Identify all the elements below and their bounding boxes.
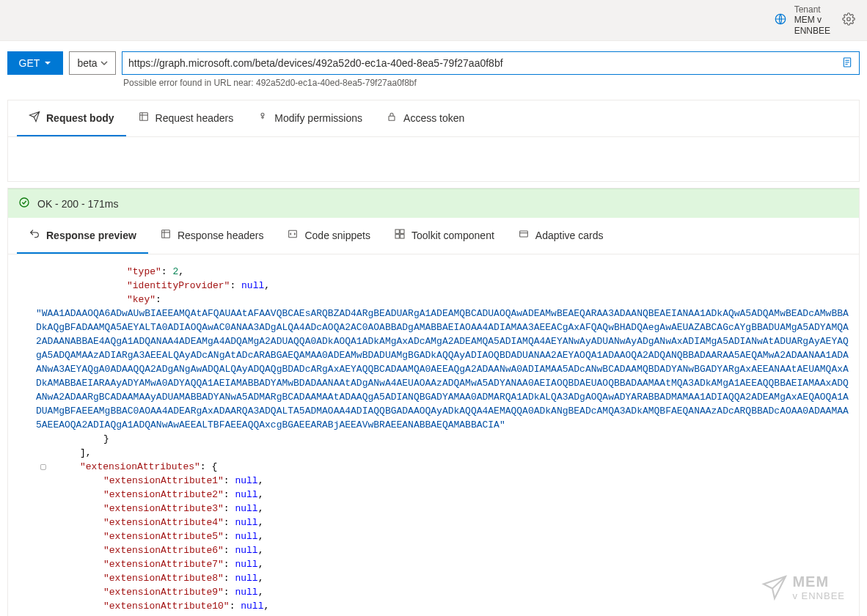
lock-icon xyxy=(386,111,398,125)
svg-point-1 xyxy=(847,18,851,21)
svg-rect-17 xyxy=(400,230,404,233)
tab-label: Request headers xyxy=(156,112,234,124)
chevron-down-icon xyxy=(44,59,51,67)
url-error-hint: Possible error found in URL near: 492a52… xyxy=(0,76,867,94)
tab-modify-permissions[interactable]: Modify permissions xyxy=(245,100,374,136)
svg-rect-20 xyxy=(519,231,527,237)
request-tabs: Request body Request headers Modify perm… xyxy=(8,100,859,137)
svg-rect-16 xyxy=(395,230,399,233)
tab-label: Access token xyxy=(403,112,464,124)
top-header: Tenant MEM v ENNBEE xyxy=(0,0,867,41)
response-section: OK - 200 - 171ms Response preview Respon… xyxy=(7,188,860,616)
cards-icon xyxy=(518,228,530,242)
status-text: OK - 200 - 171ms xyxy=(37,198,119,210)
tab-request-body[interactable]: Request body xyxy=(17,100,126,136)
tab-code-snippets[interactable]: Code snippets xyxy=(275,218,382,254)
tenant-label: Tenant xyxy=(794,4,830,15)
chevron-down-icon xyxy=(100,59,108,67)
tab-label: Request body xyxy=(46,112,114,124)
response-preview-pane[interactable]: "type": 2,"identityProvider": null,"key"… xyxy=(8,254,859,616)
undo-icon xyxy=(29,228,40,242)
svg-rect-10 xyxy=(389,116,395,120)
http-method-select[interactable]: GET xyxy=(7,51,63,75)
tab-label: Modify permissions xyxy=(274,112,362,124)
code-icon xyxy=(287,228,299,242)
document-icon[interactable] xyxy=(841,56,853,70)
svg-rect-6 xyxy=(139,113,147,121)
check-circle-icon xyxy=(18,197,30,210)
api-version-select[interactable]: beta xyxy=(69,51,116,75)
permissions-icon xyxy=(257,111,268,125)
tab-response-headers[interactable]: Response headers xyxy=(148,218,276,254)
svg-point-9 xyxy=(261,113,264,116)
toolkit-icon xyxy=(394,228,406,242)
headers-icon xyxy=(160,228,172,242)
tab-toolkit-component[interactable]: Toolkit component xyxy=(382,218,506,254)
api-version-label: beta xyxy=(77,57,97,69)
request-bar: GET beta xyxy=(0,41,867,76)
settings-icon[interactable] xyxy=(842,12,855,28)
tenant-name-1: MEM v xyxy=(794,15,830,25)
svg-rect-12 xyxy=(162,230,170,238)
request-body-editor[interactable] xyxy=(8,137,859,181)
tab-label: Response headers xyxy=(178,230,264,241)
svg-rect-19 xyxy=(400,235,404,238)
http-method-label: GET xyxy=(19,57,40,69)
tab-label: Adaptive cards xyxy=(535,230,604,241)
tab-response-preview[interactable]: Response preview xyxy=(17,218,148,254)
send-icon xyxy=(29,111,40,125)
tab-adaptive-cards[interactable]: Adaptive cards xyxy=(506,218,615,254)
svg-rect-18 xyxy=(395,235,399,238)
response-tabs: Response preview Response headers Code s… xyxy=(8,218,859,254)
svg-point-11 xyxy=(20,198,29,207)
tenant-selector[interactable]: Tenant MEM v ENNBEE xyxy=(774,4,830,36)
tab-request-headers[interactable]: Request headers xyxy=(126,100,246,136)
tenant-name-2: ENNBEE xyxy=(794,26,830,36)
headers-icon xyxy=(138,111,150,125)
globe-icon xyxy=(774,12,787,28)
url-input-container xyxy=(122,51,860,75)
tab-label: Toolkit component xyxy=(411,230,494,241)
url-input[interactable] xyxy=(128,57,837,69)
tab-label: Response preview xyxy=(46,230,136,241)
status-bar: OK - 200 - 171ms xyxy=(8,188,859,218)
tab-label: Code snippets xyxy=(304,230,370,241)
tab-access-token[interactable]: Access token xyxy=(374,100,476,136)
request-section: Request body Request headers Modify perm… xyxy=(7,100,860,182)
json-viewer: "type": 2,"identityProvider": null,"key"… xyxy=(8,262,859,616)
